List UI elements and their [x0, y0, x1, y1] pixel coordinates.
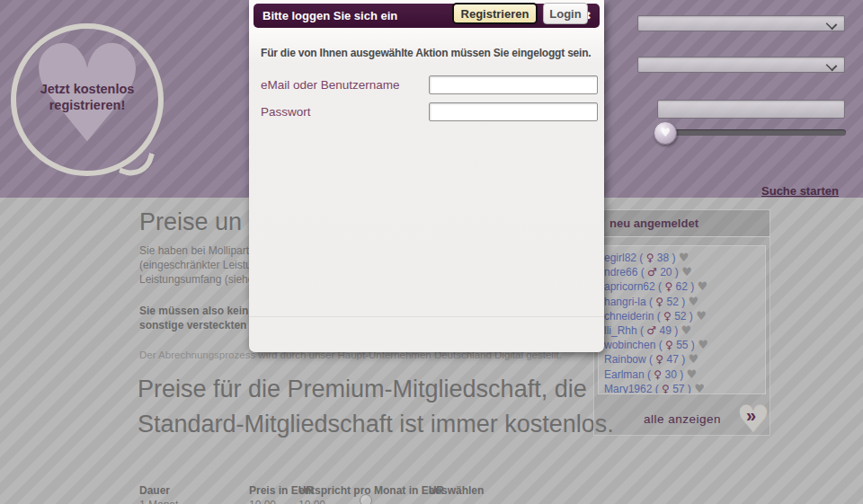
col-header-pro-monat: entspricht pro Monat in EUR [298, 484, 444, 497]
heart-icon[interactable]: ♥ [698, 338, 708, 351]
register-bubble-label[interactable]: Jetzt kostenlos registrieren! [35, 81, 139, 113]
member-name[interactable]: Rainbow ( [604, 353, 655, 366]
member-name[interactable]: wobinchen ( [604, 339, 665, 351]
page-title: Preise un [139, 208, 242, 236]
member-age: 52 ) [672, 310, 696, 323]
member-age: 62 ) [672, 280, 697, 293]
heart-icon: ♥ [660, 126, 671, 139]
register-bubble[interactable]: ♥ Jetzt kostenlos registrieren! [11, 23, 164, 176]
member-age: 52 ) [663, 296, 688, 308]
new-members-box: neu angemeldet egirl82 ( ♀ 38 ) ♥ndre66 … [593, 209, 770, 436]
password-label: Passwort [261, 105, 311, 119]
modal-title: Bitte loggen Sie sich ein [262, 4, 397, 28]
member-list-item[interactable]: lli_Rhh ( ♂ 49 ) ♥ [604, 323, 765, 338]
row-pro-monat: 10,00 [298, 499, 325, 504]
slider-heart-handle[interactable]: ♥ [654, 121, 677, 145]
male-icon: ♂ [646, 324, 656, 337]
female-icon: ♀ [662, 383, 670, 394]
female-icon: ♀ [664, 280, 672, 293]
row-preis: 10,00 [249, 499, 276, 504]
login-modal: Bitte loggen Sie sich ein ✖ Für die von … [249, 0, 604, 352]
member-list-item[interactable]: ndre66 ( ♂ 20 ) ♥ [604, 265, 765, 279]
heart-icon[interactable]: ♥ [689, 295, 699, 308]
col-header-auswaehlen: auswählen [429, 484, 484, 497]
member-name[interactable]: egirl82 ( [604, 252, 646, 264]
heart-icon[interactable]: ♥ [696, 309, 707, 323]
modal-footer [249, 316, 604, 352]
email-label: eMail oder Benutzername [261, 78, 400, 92]
female-icon: ♀ [655, 296, 663, 308]
register-button[interactable]: Registrieren [452, 3, 538, 24]
member-list-item[interactable]: Rainbow ( ♀ 47 ) ♥ [604, 352, 765, 367]
range-slider-track[interactable] [663, 129, 846, 136]
heart-icon[interactable]: ♥ [689, 352, 699, 366]
member-name[interactable]: chneiderin ( [604, 310, 663, 323]
member-name[interactable]: lli_Rhh ( [604, 324, 646, 337]
page: ♥ Jetzt kostenlos registrieren! ♥ Suche … [0, 0, 863, 504]
search-select-2[interactable] [637, 57, 845, 73]
member-list-item[interactable]: egirl82 ( ♀ 38 ) ♥ [604, 251, 765, 265]
female-icon: ♀ [663, 310, 672, 323]
member-list-item[interactable]: hangri-la ( ♀ 52 ) ♥ [604, 295, 765, 309]
intro-paragraph: Sie haben bei Mollipartner (eingeschränk… [139, 243, 264, 287]
search-select-1[interactable] [637, 15, 845, 31]
heart-icon[interactable]: ♥ [679, 251, 690, 264]
heart-icon[interactable]: ♥ [698, 279, 708, 293]
member-age: 20 ) [657, 266, 681, 279]
chevron-down-icon [826, 19, 838, 31]
female-icon: ♀ [654, 368, 662, 381]
member-age: 38 ) [654, 252, 678, 264]
member-list-item[interactable]: apricorn62 ( ♀ 62 ) ♥ [604, 279, 765, 294]
member-age: 49 ) [656, 324, 681, 337]
email-field[interactable] [429, 75, 598, 94]
member-age: 47 ) [663, 353, 688, 366]
no-hidden-costs-text: Sie müssen also kein sonstige versteckte… [139, 305, 248, 332]
heart-icon[interactable]: ♥ [681, 323, 691, 337]
new-members-title: neu angemeldet [594, 210, 770, 237]
password-field[interactable] [429, 102, 598, 121]
search-text-input[interactable] [657, 100, 845, 119]
row-dauer: 1 Monat [139, 499, 178, 504]
member-list-item[interactable]: Earlman ( ♀ 30 ) ♥ [604, 367, 765, 382]
female-icon: ♀ [655, 353, 663, 366]
member-name[interactable]: Earlman ( [604, 368, 654, 381]
login-button[interactable]: Login [543, 3, 588, 24]
member-list-item[interactable]: wobinchen ( ♀ 55 ) ♥ [604, 338, 765, 352]
member-name[interactable]: ndre66 ( [604, 266, 647, 279]
heart-icon[interactable]: ♥ [681, 265, 692, 279]
member-list: egirl82 ( ♀ 38 ) ♥ndre66 ( ♂ 20 ) ♥apric… [598, 245, 766, 394]
member-list-item[interactable]: Mary1962 ( ♀ 57 ) ♥ [604, 382, 765, 394]
member-age: 55 ) [673, 339, 698, 351]
double-chevron-right-icon: » [746, 405, 756, 426]
heart-icon[interactable]: ♥ [687, 367, 698, 381]
search-start-link[interactable]: Suche starten [761, 184, 839, 198]
select-plan-radio[interactable] [360, 494, 372, 504]
member-name[interactable]: Mary1962 ( [604, 383, 662, 394]
member-list-item[interactable]: chneiderin ( ♀ 52 ) ♥ [604, 309, 765, 323]
show-all-heart-button[interactable]: ♥ » [736, 401, 774, 438]
member-age: 30 ) [662, 368, 686, 381]
chevron-down-icon [826, 60, 838, 72]
member-name[interactable]: apricorn62 ( [604, 280, 664, 293]
member-name[interactable]: hangri-la ( [604, 296, 655, 308]
female-icon: ♀ [665, 339, 673, 351]
member-age: 57 ) [670, 383, 694, 394]
col-header-dauer: Dauer [139, 484, 170, 497]
show-all-link[interactable]: alle anzeigen [644, 412, 721, 426]
premium-pricing-heading: Preise für die Premium-Mitgliedschaft, d… [138, 372, 627, 442]
heart-icon[interactable]: ♥ [694, 382, 705, 394]
modal-message: Für die von Ihnen ausgewählte Aktion müs… [261, 47, 592, 59]
male-icon: ♂ [647, 266, 657, 279]
